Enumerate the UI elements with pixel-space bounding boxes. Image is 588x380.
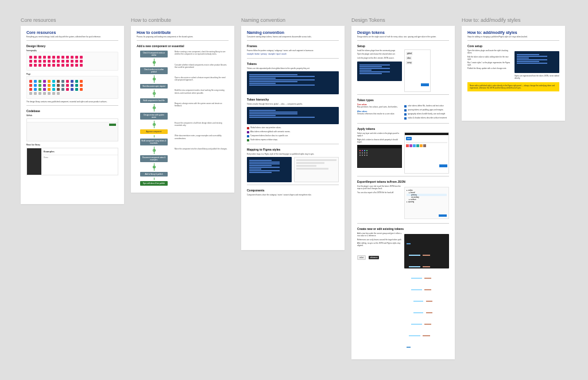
section-heading: Export/Import tokens to/from JSON	[357, 180, 449, 183]
flow-notes: Before creating a new component, check t…	[175, 49, 229, 187]
doc-title: How to: add/modify styles	[467, 30, 559, 34]
chip: value	[357, 255, 366, 260]
section-heading: Core setup	[467, 44, 559, 48]
frame-label: How to: add/modify styles	[462, 17, 565, 23]
warning-callout: Never edit a published style's value dir…	[467, 82, 559, 91]
thumb-github	[26, 118, 118, 141]
section-heading: Token hierarchy	[247, 98, 339, 101]
frame-col-core[interactable]: Core resources Core resources Everything…	[21, 17, 124, 204]
section-heading: Frames	[247, 44, 339, 48]
doc-title: Design tokens	[357, 30, 449, 34]
section-heading: Tokens	[247, 62, 339, 66]
section-heading: Codebase	[26, 109, 118, 113]
flowchart: Check if component exists or similar 1 C…	[137, 49, 171, 187]
frame-label: How to contribute	[131, 17, 234, 23]
thumb-vscode	[404, 234, 449, 268]
code-block	[514, 51, 559, 73]
doc-naming[interactable]: Naming convention Consistent naming keep…	[241, 26, 345, 250]
thumb-panel	[294, 157, 339, 182]
subsection-label: GitHub	[26, 114, 118, 117]
thumb-plugin-panel: core	[404, 132, 449, 174]
doc-styles[interactable]: How to: add/modify styles Steps for addi…	[462, 26, 565, 121]
doc-subtitle: Everything you need to design, build, an…	[26, 36, 118, 38]
section-heading: Apply tokens	[357, 127, 449, 130]
section-heading: Mapping to Figma styles	[247, 148, 339, 151]
doc-contribute[interactable]: How to contribute Process for proposing …	[131, 26, 234, 193]
figma-canvas[interactable]: Core resources Core resources Everything…	[21, 17, 567, 359]
subsection-label: Page	[26, 73, 118, 75]
frame-label: Core resources	[21, 17, 124, 23]
chip: reference	[369, 256, 380, 259]
section-heading: Setup	[357, 44, 449, 48]
code-block	[247, 107, 339, 124]
doc-core-resources[interactable]: Core resources Everything you need to de…	[21, 26, 124, 204]
frame-col-naming[interactable]: Naming convention Naming convention Cons…	[241, 17, 345, 250]
subsection-label: React live library	[26, 144, 118, 146]
thumb-plugin: global alias comp	[404, 49, 431, 92]
doc-title: Naming convention	[247, 30, 339, 34]
section-heading: Token types	[357, 98, 449, 102]
doc-design-tokens[interactable]: Design tokens Design tokens are the sing…	[351, 26, 455, 359]
thumb-react-lib: Examples Demo	[26, 148, 118, 175]
frame-label: Design Tokens	[351, 17, 455, 23]
doc-title: How to contribute	[137, 30, 229, 34]
frame-col-styles[interactable]: How to: add/modify styles How to: add/mo…	[462, 17, 565, 121]
code-block	[247, 157, 292, 182]
code-block	[357, 62, 402, 81]
section-heading: Add a new component or essential	[137, 44, 229, 48]
thumb-apply-dark	[357, 145, 402, 168]
frame-col-contribute[interactable]: How to contribute How to contribute Proc…	[131, 17, 234, 193]
section-heading: Create new or edit existing tokens	[357, 227, 449, 231]
frame-col-tokens[interactable]: Design Tokens Design tokens Design token…	[351, 17, 455, 359]
section-heading: Design library	[26, 44, 118, 48]
code-block	[247, 71, 339, 94]
doc-title: Core resources	[26, 30, 118, 34]
section-heading: Components	[247, 189, 339, 192]
thumb-json-tree: ▸ colors ▸ brand primary secondary ▸ sur…	[404, 187, 449, 219]
frame-label: Naming convention	[241, 17, 345, 23]
